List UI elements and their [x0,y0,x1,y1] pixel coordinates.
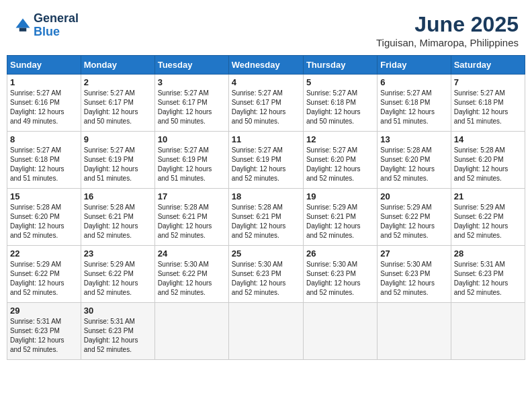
day-24: 24 Sunrise: 5:30 AMSunset: 6:22 PMDaylig… [154,246,228,303]
svg-marker-1 [16,18,30,28]
day-30: 30 Sunrise: 5:31 AMSunset: 6:23 PMDaylig… [81,303,154,360]
logo: General Blue [13,12,79,39]
day-15: 15 Sunrise: 5:28 AMSunset: 6:20 PMDaylig… [7,189,81,246]
calendar-table: Sunday Monday Tuesday Wednesday Thursday… [7,55,525,360]
day-2: 2 Sunrise: 5:27 AMSunset: 6:17 PMDayligh… [81,75,154,132]
month-title: June 2025 [376,12,519,37]
empty-cell-5 [451,303,525,360]
header-saturday: Saturday [451,56,525,75]
empty-cell-2 [228,303,303,360]
svg-rect-2 [19,28,27,31]
empty-cell-3 [303,303,377,360]
empty-cell-1 [154,303,228,360]
day-29: 29 Sunrise: 5:31 AMSunset: 6:23 PMDaylig… [7,303,81,360]
day-6: 6 Sunrise: 5:27 AMSunset: 6:18 PMDayligh… [378,75,451,132]
day-26: 26 Sunrise: 5:30 AMSunset: 6:23 PMDaylig… [303,246,377,303]
week-row-1: 1 Sunrise: 5:27 AMSunset: 6:16 PMDayligh… [7,75,525,132]
header-tuesday: Tuesday [154,56,228,75]
logo-blue: Blue [34,25,60,38]
day-10: 10 Sunrise: 5:27 AMSunset: 6:19 PMDaylig… [154,132,228,189]
logo-general: General [34,11,79,25]
page-header: General Blue June 2025 Tiguisan, Mimarop… [7,7,525,52]
day-14: 14 Sunrise: 5:28 AMSunset: 6:20 PMDaylig… [451,132,525,189]
day-3: 3 Sunrise: 5:27 AMSunset: 6:17 PMDayligh… [154,75,228,132]
day-21: 21 Sunrise: 5:29 AMSunset: 6:22 PMDaylig… [451,189,525,246]
empty-cell-4 [378,303,451,360]
day-12: 12 Sunrise: 5:27 AMSunset: 6:20 PMDaylig… [303,132,377,189]
header-monday: Monday [81,56,154,75]
day-18: 18 Sunrise: 5:28 AMSunset: 6:21 PMDaylig… [228,189,303,246]
location-title: Tiguisan, Mimaropa, Philippines [376,37,519,48]
day-5: 5 Sunrise: 5:27 AMSunset: 6:18 PMDayligh… [303,75,377,132]
day-25: 25 Sunrise: 5:30 AMSunset: 6:23 PMDaylig… [228,246,303,303]
day-9: 9 Sunrise: 5:27 AMSunset: 6:19 PMDayligh… [81,132,154,189]
day-17: 17 Sunrise: 5:28 AMSunset: 6:21 PMDaylig… [154,189,228,246]
header-wednesday: Wednesday [228,56,303,75]
day-7: 7 Sunrise: 5:27 AMSunset: 6:18 PMDayligh… [451,75,525,132]
week-row-4: 22 Sunrise: 5:29 AMSunset: 6:22 PMDaylig… [7,246,525,303]
day-19: 19 Sunrise: 5:29 AMSunset: 6:21 PMDaylig… [303,189,377,246]
logo-icon [13,16,32,35]
weekday-header-row: Sunday Monday Tuesday Wednesday Thursday… [7,56,525,75]
header-friday: Friday [378,56,451,75]
header-thursday: Thursday [303,56,377,75]
day-22: 22 Sunrise: 5:29 AMSunset: 6:22 PMDaylig… [7,246,81,303]
week-row-3: 15 Sunrise: 5:28 AMSunset: 6:20 PMDaylig… [7,189,525,246]
title-area: June 2025 Tiguisan, Mimaropa, Philippine… [376,12,519,48]
header-sunday: Sunday [7,56,81,75]
week-row-2: 8 Sunrise: 5:27 AMSunset: 6:18 PMDayligh… [7,132,525,189]
week-row-5: 29 Sunrise: 5:31 AMSunset: 6:23 PMDaylig… [7,303,525,360]
day-1: 1 Sunrise: 5:27 AMSunset: 6:16 PMDayligh… [7,75,81,132]
day-16: 16 Sunrise: 5:28 AMSunset: 6:21 PMDaylig… [81,189,154,246]
day-27: 27 Sunrise: 5:30 AMSunset: 6:23 PMDaylig… [378,246,451,303]
day-4: 4 Sunrise: 5:27 AMSunset: 6:17 PMDayligh… [228,75,303,132]
day-28: 28 Sunrise: 5:31 AMSunset: 6:23 PMDaylig… [451,246,525,303]
day-11: 11 Sunrise: 5:27 AMSunset: 6:19 PMDaylig… [228,132,303,189]
day-23: 23 Sunrise: 5:29 AMSunset: 6:22 PMDaylig… [81,246,154,303]
day-8: 8 Sunrise: 5:27 AMSunset: 6:18 PMDayligh… [7,132,81,189]
day-20: 20 Sunrise: 5:29 AMSunset: 6:22 PMDaylig… [378,189,451,246]
day-13: 13 Sunrise: 5:28 AMSunset: 6:20 PMDaylig… [378,132,451,189]
